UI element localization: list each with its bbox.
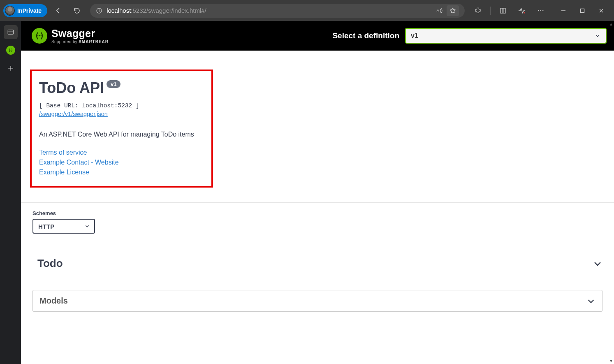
swagger-logo-subtext: Supported by SMARTBEAR — [51, 39, 109, 44]
inprivate-badge[interactable]: InPrivate — [3, 4, 47, 17]
terms-link[interactable]: Terms of service — [39, 149, 204, 156]
performance-button[interactable] — [514, 4, 530, 18]
tab-swagger[interactable] — [4, 43, 18, 57]
swagger-favicon-icon — [6, 46, 15, 55]
extensions-button[interactable] — [470, 4, 486, 18]
collections-button[interactable] — [495, 4, 511, 18]
definition-select[interactable]: v1 — [405, 28, 607, 44]
models-toggle[interactable]: Models — [32, 290, 602, 312]
tag-row-todo[interactable]: Todo — [37, 257, 602, 275]
models-section: Models — [21, 275, 614, 312]
info-icon — [96, 7, 102, 14]
select-definition-label: Select a definition — [332, 31, 399, 40]
svg-point-2 — [99, 9, 100, 9]
svg-rect-11 — [581, 9, 584, 12]
favorite-button[interactable] — [447, 5, 459, 16]
swagger-topbar: Swagger Supported by SMARTBEAR Select a … — [21, 21, 614, 51]
swagger-logo-text: Swagger — [51, 28, 109, 39]
svg-point-14 — [9, 50, 10, 50]
new-tab-button[interactable] — [4, 61, 18, 75]
schemes-selected-value: HTTP — [38, 223, 54, 230]
more-button[interactable] — [533, 4, 549, 18]
browser-toolbar: InPrivate localhost:5232/swagger/index.h… — [0, 0, 614, 21]
schemes-label: Schemes — [32, 210, 602, 216]
svg-point-18 — [39, 35, 40, 37]
minimize-button[interactable] — [554, 4, 573, 18]
separator — [490, 7, 491, 15]
chevron-down-icon — [586, 297, 595, 306]
svg-text:A: A — [437, 8, 440, 13]
api-title: ToDo API v1 — [39, 79, 204, 97]
api-description: An ASP.NET Core Web API for managing ToD… — [39, 131, 204, 138]
definition-selected-value: v1 — [411, 32, 418, 39]
chevron-down-icon — [593, 259, 602, 269]
svg-point-17 — [37, 35, 39, 37]
api-info-block: ToDo API v1 [ Base URL: localhost:5232 ]… — [30, 70, 213, 188]
swagger-json-link[interactable]: /swagger/v1/swagger.json — [39, 111, 108, 117]
maximize-button[interactable] — [573, 4, 592, 18]
license-link[interactable]: Example License — [39, 169, 204, 176]
svg-point-7 — [538, 10, 539, 11]
swagger-logo[interactable]: Swagger Supported by SMARTBEAR — [32, 28, 109, 44]
avatar-icon — [5, 6, 15, 16]
url-text: localhost:5232/swagger/index.html#/ — [107, 7, 432, 14]
tag-name: Todo — [37, 257, 63, 270]
models-heading: Models — [39, 296, 68, 306]
tab-actions-button[interactable] — [4, 25, 18, 39]
read-aloud-icon[interactable]: A — [436, 7, 443, 14]
api-version-badge: v1 — [107, 80, 120, 88]
refresh-button[interactable] — [69, 4, 85, 18]
chevron-down-icon — [594, 32, 601, 39]
close-window-button[interactable] — [592, 4, 611, 18]
svg-point-9 — [542, 10, 543, 11]
chevron-down-icon — [84, 223, 90, 229]
vertical-tab-bar — [0, 21, 21, 364]
base-url: [ Base URL: localhost:5232 ] — [39, 102, 204, 109]
svg-rect-4 — [500, 8, 503, 13]
schemes-section: Schemes HTTP — [21, 202, 614, 247]
scroll-up-icon[interactable]: ▲ — [609, 22, 613, 26]
schemes-select[interactable]: HTTP — [32, 219, 95, 234]
contact-link[interactable]: Example Contact - Website — [39, 159, 204, 166]
inprivate-label: InPrivate — [17, 7, 42, 14]
back-button[interactable] — [50, 4, 66, 18]
swagger-logo-icon — [32, 28, 47, 44]
svg-point-6 — [524, 12, 525, 14]
svg-rect-5 — [503, 8, 505, 13]
svg-point-19 — [40, 35, 42, 37]
operations-section: Todo — [21, 247, 614, 275]
page-content: ▲ ▼ Swagger Supported by SMARTBEAR Selec… — [21, 21, 614, 364]
address-bar[interactable]: localhost:5232/swagger/index.html#/ A — [90, 4, 465, 18]
svg-point-15 — [10, 50, 11, 50]
scroll-down-icon[interactable]: ▼ — [609, 359, 613, 363]
svg-rect-12 — [8, 30, 14, 35]
svg-point-16 — [11, 50, 12, 50]
svg-point-8 — [540, 10, 541, 11]
